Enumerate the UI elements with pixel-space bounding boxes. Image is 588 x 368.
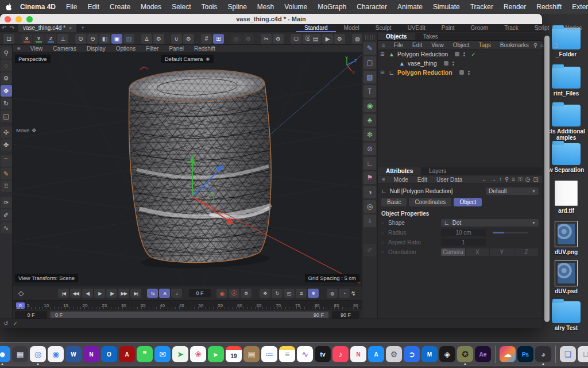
render-view-button[interactable]: ▤ [310,34,321,44]
model-mode-button[interactable]: ▣ [111,34,122,44]
tree-polygon-reduction-null[interactable]: ⊞ ∟ Polygon Reduction [378,68,542,77]
menu-file[interactable]: File [61,3,82,11]
desktop-separation-folder[interactable]: w Separation [544,143,588,173]
cineversity[interactable]: ◈ [439,346,455,362]
autokey-display-button[interactable]: A [159,289,170,298]
keyframe-selection-button[interactable]: ◔ [339,289,350,298]
tab-nodes[interactable]: Nodes [557,24,588,32]
range-bar[interactable]: 0 F 90 F [51,312,328,318]
redo-button[interactable]: ↷ [8,25,16,31]
mail[interactable]: ✉ [154,346,171,362]
attr-tab-coordinates[interactable]: Coordinates [409,198,451,206]
prev-key-button[interactable]: ◀◀ [70,289,81,298]
refresh-icon[interactable]: ↺ [3,320,8,327]
sound-button[interactable]: ♪ [171,289,182,298]
desktop-additional-examples-folder[interactable]: cts Additional amples [544,105,588,141]
camera-icon[interactable]: ◎ [363,200,376,213]
desktop-test-folder[interactable]: alry Test [544,301,588,331]
spline-pen-icon[interactable]: ✎ [363,42,376,55]
pen-tool[interactable]: ✎ [1,168,12,179]
polygons-mode-button[interactable]: ◧ [99,34,110,44]
camera-swap-icon[interactable]: ◉ [206,56,210,62]
tab-objects[interactable]: Objects [378,33,415,40]
spline-primitive-icon[interactable]: ▢ [363,56,376,69]
app-store[interactable]: A [368,346,384,362]
loop-button[interactable]: ⇆ [147,289,158,298]
menu-mograph[interactable]: MoGraph [312,3,351,11]
migration[interactable]: ➲ [404,346,420,362]
range-track[interactable]: 0 F 90 F [49,311,330,319]
tab-groom[interactable]: Groom [463,24,497,32]
tab-standard[interactable]: Standard [296,24,336,32]
keyframe-filter-button[interactable]: ◍ [327,289,338,298]
keyframe-dot-icon[interactable]: ○ [381,250,386,255]
downloads[interactable]: ❏ [560,346,576,362]
reminders[interactable]: ≔ [261,346,277,362]
objects-menu-object[interactable]: Object [448,42,474,48]
tree-polygon-reduction-generator[interactable]: ⊞ ▲ Polygon Reduction ✓ [378,49,542,59]
zoom-tool[interactable]: ⚲ [1,47,12,59]
y-axis-lock-button[interactable]: Y [33,34,44,44]
expander-icon[interactable]: ⊞ [380,70,386,75]
sketch-tool[interactable]: ✐ [1,209,12,221]
workplane-button[interactable]: ⎔ [291,34,301,44]
menu-tools[interactable]: Tools [196,3,222,11]
photos[interactable]: ❀ [190,346,206,362]
modeling-settings-button[interactable]: ⚙ [273,34,284,44]
menu-edit[interactable]: Edit [82,3,105,11]
preset-dropdown[interactable]: Default ▼ [486,187,539,195]
attr-menu-userdata[interactable]: User Data [432,177,467,183]
tab-uvedit[interactable]: UVEdit [400,24,434,32]
tab-paint[interactable]: Paint [434,24,463,32]
desktop-print-files-folder[interactable]: rint_Files [544,67,588,97]
menu-mesh[interactable]: Mesh [252,3,279,11]
vp-menu-options[interactable]: Options [111,45,141,52]
key-scale-button[interactable]: ◱ [284,289,295,298]
freeform[interactable]: ∿ [297,346,313,362]
desktop-tif-file[interactable]: ard.tif [544,181,588,214]
spline-mask-icon[interactable]: ⊘ [363,143,376,155]
tv[interactable]: tv [315,346,331,362]
orientation-option[interactable]: Camera [441,248,466,256]
search-icon[interactable]: ⚲ [505,176,509,183]
objects-menu-file[interactable]: File [389,42,408,48]
outlook[interactable]: O [101,346,117,362]
goto-start-button[interactable]: |◀ [58,289,69,298]
next-key-button[interactable]: ▶▶ [118,289,129,298]
orientation-option[interactable]: X [466,248,490,256]
desktop-scrollbar[interactable] [544,36,550,322]
snap-settings-button[interactable]: ⚙ [183,34,194,44]
apple-menu-icon[interactable] [6,3,13,11]
attr-menu-mode[interactable]: Mode [389,177,413,183]
dock-separator-1[interactable] [495,346,496,363]
orientation-option[interactable]: Y [490,248,514,256]
objects-menu-edit[interactable]: Edit [408,42,427,48]
visibility-toggle[interactable] [455,52,459,56]
generator-icon[interactable]: ✻ [363,128,376,141]
chrome[interactable]: ◉ [48,346,64,362]
range-start-field[interactable]: 0 F [15,311,47,319]
attr-tab-basic[interactable]: Basic [381,198,407,206]
viewport-menu-icon[interactable]: ≡ [13,45,25,52]
acrobat[interactable]: A [119,346,135,362]
spline-smooth-tool[interactable]: ∿ [1,222,12,233]
fcurve-icon[interactable]: ↯ [351,290,356,297]
object-label[interactable]: Polygon Reduction [397,69,452,76]
maps[interactable]: ➤ [172,346,188,362]
playhead[interactable]: 0 [16,302,25,309]
messages[interactable]: ❞ [137,346,153,362]
enabled-check-icon[interactable]: ✓ [471,51,475,57]
key-position-button[interactable]: ✥ [260,289,270,298]
tab-track[interactable]: Track [496,24,527,32]
editor-render-dots[interactable] [452,62,454,66]
modeling-tool-button[interactable]: ✂ [261,34,272,44]
document-tab[interactable]: vase_thing.c4d * × [18,24,76,32]
tree-vase-thing[interactable]: ▲ vase_thing [378,59,542,68]
radius-field[interactable]: 10 cm [441,229,486,236]
news[interactable]: N [350,346,366,362]
expander-icon[interactable]: ⊞ [380,51,386,57]
after-effects[interactable]: Ae [475,346,491,362]
finder[interactable]: ☻ [0,346,10,362]
menu-simulate[interactable]: Simulate [428,3,465,11]
keyframe-diamond-icon[interactable]: ◇ [18,289,24,297]
